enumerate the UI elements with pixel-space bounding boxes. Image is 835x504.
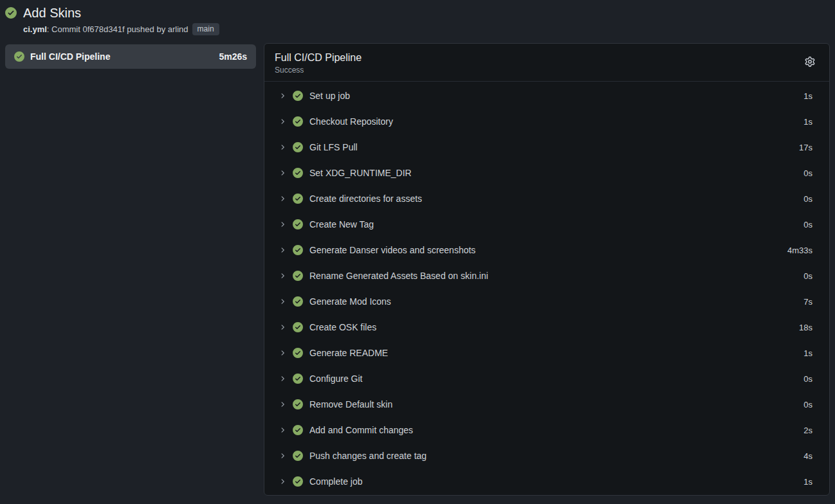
step-success-icon (293, 348, 303, 358)
chevron-right-icon[interactable] (279, 221, 286, 228)
job-panel: Full CI/CD Pipeline Success (264, 43, 830, 496)
step-success-icon (293, 296, 303, 307)
chevron-right-icon[interactable] (279, 452, 286, 460)
step-duration: 0s (803, 168, 812, 178)
chevron-right-icon[interactable] (279, 92, 286, 100)
chevron-right-icon[interactable] (279, 143, 286, 151)
step-name: Create OSK files (309, 322, 793, 332)
chevron-right-icon[interactable] (279, 426, 286, 434)
branch-badge[interactable]: main (192, 23, 219, 35)
job-panel-titles: Full CI/CD Pipeline Success (275, 51, 362, 75)
step-row[interactable]: Create directories for assets 0s (264, 186, 829, 212)
step-duration: 18s (799, 323, 812, 332)
chevron-right-icon[interactable] (279, 401, 286, 408)
step-duration: 0s (803, 400, 812, 410)
steps-list: Set up job 1s Checkout Repository 1s (264, 82, 829, 495)
step-name: Rename Generated Assets Based on skin.in… (309, 271, 797, 281)
step-success-icon (293, 425, 303, 435)
gear-icon (805, 57, 815, 69)
chevron-right-icon[interactable] (279, 298, 286, 305)
step-duration: 0s (803, 374, 812, 384)
step-name: Set XDG_RUNTIME_DIR (309, 168, 797, 178)
step-name: Git LFS Pull (309, 142, 793, 152)
step-name: Generate README (309, 348, 797, 358)
step-name: Checkout Repository (309, 116, 797, 127)
step-row[interactable]: Push changes and create tag 4s (264, 443, 829, 469)
step-duration: 0s (803, 271, 812, 281)
step-duration: 1s (803, 348, 812, 358)
step-success-icon (293, 116, 303, 127)
chevron-right-icon[interactable] (279, 118, 286, 125)
run-title: Add Skins (23, 4, 81, 22)
chevron-right-icon[interactable] (279, 246, 286, 254)
run-content: Full CI/CD Pipeline 5m26s Full CI/CD Pip… (0, 35, 835, 504)
step-duration: 0s (803, 220, 812, 230)
step-row[interactable]: Create New Tag 0s (264, 212, 829, 237)
job-success-icon (14, 51, 24, 62)
step-row[interactable]: Set up job 1s (264, 83, 829, 109)
step-success-icon (293, 451, 303, 461)
step-name: Remove Default skin (309, 399, 797, 410)
chevron-right-icon[interactable] (279, 349, 286, 357)
chevron-right-icon[interactable] (279, 272, 286, 280)
step-duration: 4m33s (787, 246, 812, 255)
step-duration: 1s (803, 91, 812, 101)
step-success-icon (293, 322, 303, 332)
run-meta: ci.yml: Commit 0f678d341f pushed by arli… (23, 23, 830, 35)
step-success-icon (293, 168, 303, 178)
step-name: Complete job (309, 476, 797, 487)
step-row[interactable]: Rename Generated Assets Based on skin.in… (264, 263, 829, 289)
step-name: Configure Git (309, 374, 797, 384)
step-row[interactable]: Generate Danser videos and screenshots 4… (264, 237, 829, 263)
step-duration: 0s (803, 194, 812, 204)
job-panel-title: Full CI/CD Pipeline (275, 51, 362, 64)
step-row[interactable]: Configure Git 0s (264, 366, 829, 392)
step-success-icon (293, 374, 303, 384)
step-row[interactable]: Create OSK files 18s (264, 314, 829, 340)
step-row[interactable]: Generate README 1s (264, 340, 829, 366)
workflow-file-label: ci.yml (23, 24, 47, 34)
chevron-right-icon[interactable] (279, 195, 286, 203)
chevron-right-icon[interactable] (279, 375, 286, 382)
run-success-icon (5, 7, 17, 19)
step-row[interactable]: Checkout Repository 1s (264, 109, 829, 134)
step-success-icon (293, 219, 303, 230)
run-header: Add Skins ci.yml: Commit 0f678d341f push… (0, 0, 835, 35)
actions-run-page: Add Skins ci.yml: Commit 0f678d341f push… (0, 0, 835, 504)
step-row[interactable]: Add and Commit changes 2s (264, 417, 829, 443)
step-name: Create New Tag (309, 219, 797, 230)
step-success-icon (293, 271, 303, 281)
step-duration: 4s (803, 451, 812, 461)
job-name: Full CI/CD Pipeline (30, 51, 213, 62)
step-duration: 2s (803, 426, 812, 435)
chevron-right-icon[interactable] (279, 478, 286, 485)
step-name: Add and Commit changes (309, 425, 797, 435)
step-success-icon (293, 399, 303, 410)
step-row[interactable]: Complete job 1s (264, 469, 829, 494)
job-panel-header: Full CI/CD Pipeline Success (264, 44, 829, 82)
step-name: Push changes and create tag (309, 451, 797, 461)
step-success-icon (293, 91, 303, 101)
step-row[interactable]: Git LFS Pull 17s (264, 134, 829, 160)
commit-summary: ci.yml: Commit 0f678d341f pushed by arli… (23, 24, 188, 34)
commit-text: : Commit 0f678d341f pushed by arlind (47, 24, 188, 34)
step-row[interactable]: Set XDG_RUNTIME_DIR 0s (264, 160, 829, 186)
step-duration: 7s (803, 297, 812, 307)
step-success-icon (293, 245, 303, 255)
job-settings-button[interactable] (803, 55, 816, 70)
step-duration: 1s (803, 117, 812, 127)
sidebar-job-item[interactable]: Full CI/CD Pipeline 5m26s (5, 44, 256, 69)
step-row[interactable]: Remove Default skin 0s (264, 392, 829, 417)
step-duration: 17s (799, 143, 812, 152)
jobs-sidebar: Full CI/CD Pipeline 5m26s (5, 43, 256, 496)
step-success-icon (293, 194, 303, 204)
step-name: Set up job (309, 91, 797, 101)
step-success-icon (293, 476, 303, 487)
step-name: Generate Danser videos and screenshots (309, 245, 781, 255)
chevron-right-icon[interactable] (279, 323, 286, 331)
job-status-text: Success (275, 66, 362, 75)
step-name: Generate Mod Icons (309, 296, 797, 307)
step-duration: 1s (803, 477, 812, 487)
step-row[interactable]: Generate Mod Icons 7s (264, 289, 829, 314)
chevron-right-icon[interactable] (279, 169, 286, 177)
